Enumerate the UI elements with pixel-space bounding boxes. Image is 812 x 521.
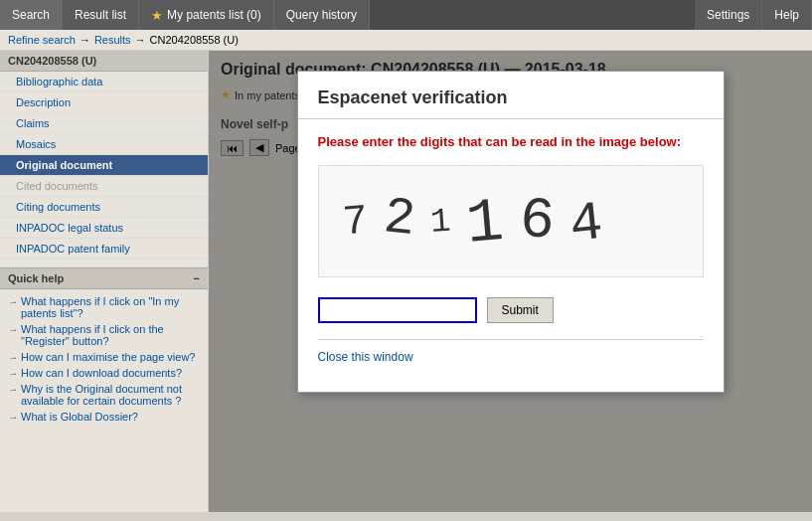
quick-help-item-1[interactable]: → What happens if I click on "In my pate…	[4, 293, 204, 321]
quick-help-item-4[interactable]: → How can I download documents?	[4, 365, 204, 381]
sidebar-item-mosaics[interactable]: Mosaics	[0, 134, 208, 155]
top-nav: Search Result list ★ My patents list (0)…	[0, 0, 812, 30]
modal-instruction: Please enter the digits that can be read…	[318, 133, 704, 151]
tab-help[interactable]: Help	[762, 0, 812, 30]
tab-query-history[interactable]: Query history	[274, 0, 370, 30]
breadcrumb: Refine search → Results → CN204208558 (U…	[0, 30, 812, 51]
captcha-display: 7 2 1 1 6 4	[318, 165, 704, 277]
sidebar-item-bibliographic[interactable]: Bibliographic data	[0, 72, 208, 92]
captcha-char-1: 7	[340, 196, 377, 247]
qh-arrow-3: →	[8, 352, 18, 363]
captcha-char-5: 6	[517, 188, 564, 256]
captcha-char-3: 1	[429, 202, 460, 242]
sidebar-item-claims[interactable]: Claims	[0, 113, 208, 134]
quick-help-item-2[interactable]: → What happens if I click on the "Regist…	[4, 321, 204, 349]
verification-modal: Espacenet verification Please enter the …	[297, 71, 725, 393]
breadcrumb-arrow1: →	[80, 34, 90, 46]
quick-help-item-5[interactable]: → Why is the Original document not avail…	[4, 381, 204, 409]
qh-arrow-6: →	[8, 412, 18, 423]
main-layout: CN204208558 (U) Bibliographic data Descr…	[0, 51, 812, 512]
tab-search[interactable]: Search	[0, 0, 63, 30]
modal-title: Espacenet verification	[298, 72, 724, 119]
breadcrumb-separator: →	[135, 34, 146, 46]
captcha-char-2: 2	[381, 188, 425, 251]
quick-help-item-6[interactable]: → What is Global Dossier?	[4, 409, 204, 425]
tab-my-patents[interactable]: ★ My patents list (0)	[139, 0, 274, 30]
input-row: Submit	[318, 297, 704, 323]
qh-arrow-1: →	[8, 296, 18, 307]
modal-overlay: Espacenet verification Please enter the …	[209, 51, 812, 512]
star-icon: ★	[151, 8, 163, 23]
qh-arrow-5: →	[8, 384, 18, 395]
sidebar-item-inpadoc-legal[interactable]: INPADOC legal status	[0, 218, 208, 239]
close-window-link[interactable]: Close this window	[318, 350, 413, 378]
captcha-char-6: 4	[568, 191, 614, 258]
quick-help-title: Quick help	[8, 272, 64, 284]
sidebar-item-original-doc[interactable]: Original document	[0, 155, 208, 176]
qh-arrow-4: →	[8, 368, 18, 379]
breadcrumb-current: CN204208558 (U)	[150, 34, 239, 46]
sidebar-item-inpadoc-family[interactable]: INPADOC patent family	[0, 239, 208, 260]
modal-body: Please enter the digits that can be read…	[298, 119, 724, 392]
sidebar-item-cited-docs: Cited documents	[0, 176, 208, 197]
quick-help-item-3[interactable]: → How can I maximise the page view?	[4, 349, 204, 365]
tab-result-list[interactable]: Result list	[63, 0, 139, 30]
submit-button[interactable]: Submit	[487, 297, 554, 323]
nav-spacer	[370, 0, 695, 30]
quick-help-items: → What happens if I click on "In my pate…	[0, 289, 208, 429]
quick-help-collapse[interactable]: −	[194, 272, 200, 284]
quick-help-header: Quick help −	[0, 267, 208, 289]
sidebar-item-description[interactable]: Description	[0, 92, 208, 113]
sidebar: CN204208558 (U) Bibliographic data Descr…	[0, 51, 209, 512]
sidebar-doc-id: CN204208558 (U)	[0, 51, 208, 72]
breadcrumb-results[interactable]: Results	[94, 34, 131, 46]
captcha-char-4: 1	[464, 186, 515, 260]
breadcrumb-refine[interactable]: Refine search	[8, 34, 76, 46]
sidebar-item-citing-docs[interactable]: Citing documents	[0, 197, 208, 218]
content-area: Original document: CN204208558 (U) — 201…	[209, 51, 812, 512]
qh-arrow-2: →	[8, 324, 18, 335]
modal-divider	[318, 339, 704, 340]
captcha-input[interactable]	[318, 297, 477, 323]
tab-settings[interactable]: Settings	[695, 0, 762, 30]
